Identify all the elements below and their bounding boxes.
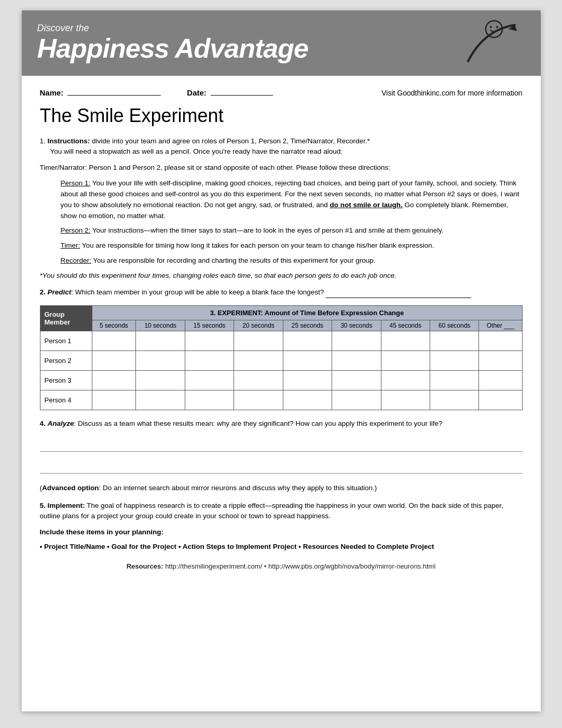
- timer-narrator-block: Timer/Narrator: Person 1 and Person 2, p…: [40, 163, 523, 173]
- cell-p3-other[interactable]: [479, 370, 522, 390]
- cell-p3-30[interactable]: [332, 370, 381, 390]
- recorder-label: Recorder:: [61, 257, 91, 264]
- col-45sec: 45 seconds: [381, 320, 430, 331]
- cell-p2-45[interactable]: [381, 350, 430, 370]
- page-content: The Smile Experiment 1. Instructions: di…: [22, 102, 541, 581]
- experiment-header: 3. EXPERIMENT: Amount of Time Before Exp…: [92, 305, 522, 320]
- cell-p1-10[interactable]: [136, 331, 185, 350]
- cell-p2-25[interactable]: [283, 350, 332, 370]
- timer-block: Timer: You are responsible for timing ho…: [61, 240, 523, 251]
- implement-text: The goal of happiness research is to cre…: [40, 502, 503, 520]
- cell-p4-other[interactable]: [479, 390, 522, 410]
- date-field-group: Date:: [187, 86, 273, 97]
- cell-p4-5[interactable]: [92, 390, 136, 410]
- instructions-line2: You will need a stopwatch as well as a p…: [50, 147, 342, 155]
- cell-p2-15[interactable]: [185, 350, 234, 370]
- cell-p2-20[interactable]: [234, 350, 283, 370]
- header-icon: [463, 20, 525, 66]
- svg-point-1: [490, 26, 492, 28]
- table-row: Person 4: [40, 390, 522, 410]
- col-other: Other ___: [479, 320, 522, 331]
- group-member-header: Group Member: [40, 305, 92, 331]
- timer-label: Timer:: [61, 241, 80, 249]
- col-10sec: 10 seconds: [136, 320, 185, 331]
- table-row: Person 2: [40, 350, 522, 370]
- timer-narrator-label: Timer/Narrator:: [40, 164, 87, 171]
- cell-p3-15[interactable]: [185, 370, 234, 390]
- cell-p4-20[interactable]: [234, 390, 283, 410]
- cell-p1-30[interactable]: [332, 331, 381, 350]
- name-date-row: Name: Date: Visit Goodthinkinc.com for m…: [22, 76, 541, 102]
- cell-p4-10[interactable]: [136, 390, 185, 410]
- recorder-block: Recorder: You are responsible for record…: [61, 255, 523, 266]
- cell-p4-30[interactable]: [332, 390, 381, 410]
- cell-p3-10[interactable]: [136, 370, 185, 390]
- person2-name-cell: Person 2: [40, 350, 92, 370]
- cell-p4-15[interactable]: [185, 390, 234, 410]
- visit-text: Visit Goodthinkinc.com for more informat…: [381, 89, 522, 97]
- instructions-text: divide into your team and agree on roles…: [90, 137, 370, 145]
- col-30sec: 30 seconds: [332, 320, 381, 331]
- experiment-table: Group Member 3. EXPERIMENT: Amount of Ti…: [40, 305, 523, 410]
- advanced-block: (Advanced option: Do an internet search …: [40, 483, 523, 493]
- cell-p3-20[interactable]: [234, 370, 283, 390]
- cell-p2-60[interactable]: [430, 350, 478, 370]
- implement-block: 5. Implement: The goal of happiness rese…: [40, 501, 523, 522]
- cell-p3-25[interactable]: [283, 370, 332, 390]
- resources-label: Resources:: [127, 562, 163, 570]
- cell-p1-60[interactable]: [430, 331, 478, 350]
- timer-text: You are responsible for timing how long …: [80, 241, 434, 249]
- person4-name-cell: Person 4: [40, 390, 92, 410]
- cell-p1-15[interactable]: [185, 331, 234, 350]
- page-header: Discover the Happiness Advantage: [22, 10, 541, 76]
- cell-p3-45[interactable]: [381, 370, 430, 390]
- col-20sec: 20 seconds: [234, 320, 283, 331]
- analyze-block: 4. Analyze: Discuss as a team what these…: [40, 419, 523, 429]
- implement-number: 5.: [40, 502, 46, 509]
- advanced-text: : Do an internet search about mirror neu…: [99, 484, 375, 492]
- cell-p2-other[interactable]: [479, 350, 522, 370]
- instructions-label: Instructions:: [48, 137, 90, 145]
- project-items: • Project Title/Name • Goal for the Proj…: [40, 541, 523, 552]
- predict-answer-line[interactable]: [326, 289, 471, 298]
- cell-p1-other[interactable]: [479, 331, 522, 350]
- cell-p2-10[interactable]: [136, 350, 185, 370]
- cell-p1-45[interactable]: [381, 331, 430, 350]
- person1-label: Person 1:: [61, 179, 91, 187]
- cell-p1-25[interactable]: [283, 331, 332, 350]
- cell-p2-30[interactable]: [332, 350, 381, 370]
- col-15sec: 15 seconds: [185, 320, 234, 331]
- cell-p4-45[interactable]: [381, 390, 430, 410]
- analyze-label: Analyze: [48, 420, 74, 427]
- name-input-line[interactable]: [67, 86, 161, 96]
- cell-p3-5[interactable]: [92, 370, 136, 390]
- predict-block: 2. Predict: Which team member in your gr…: [40, 287, 523, 298]
- analyze-answer-line-1[interactable]: [40, 439, 523, 452]
- cell-p4-25[interactable]: [283, 390, 332, 410]
- date-label: Date:: [187, 88, 207, 97]
- predict-number: 2.: [40, 288, 46, 296]
- person2-label: Person 2:: [61, 226, 91, 234]
- cell-p2-5[interactable]: [92, 350, 136, 370]
- table-row: Person 3: [40, 370, 522, 390]
- col-25sec: 25 seconds: [283, 320, 332, 331]
- table-row: Person 1: [40, 331, 522, 350]
- page-title: The Smile Experiment: [40, 105, 523, 127]
- analyze-answer-line-2[interactable]: [40, 461, 523, 474]
- timer-narrator-text: Person 1 and Person 2, please sit or sta…: [87, 164, 391, 171]
- predict-text: : Which team member in your group will b…: [71, 288, 324, 296]
- recorder-text: You are responsible for recording and ch…: [91, 257, 376, 264]
- date-input-line[interactable]: [211, 86, 273, 96]
- italic-note: *You should do this experiment four time…: [40, 271, 523, 281]
- col-60sec: 60 seconds: [430, 320, 478, 331]
- cell-p4-60[interactable]: [430, 390, 478, 410]
- person2-text: Your instructions—when the timer says to…: [92, 226, 444, 234]
- instructions-number: 1.: [40, 137, 46, 145]
- cell-p1-5[interactable]: [92, 331, 136, 350]
- cell-p3-60[interactable]: [430, 370, 478, 390]
- instructions-block: 1. Instructions: divide into your team a…: [40, 136, 523, 157]
- predict-label: Predict: [48, 288, 72, 296]
- cell-p1-20[interactable]: [234, 331, 283, 350]
- name-label: Name:: [40, 88, 64, 97]
- header-title: Happiness Advantage: [37, 34, 308, 63]
